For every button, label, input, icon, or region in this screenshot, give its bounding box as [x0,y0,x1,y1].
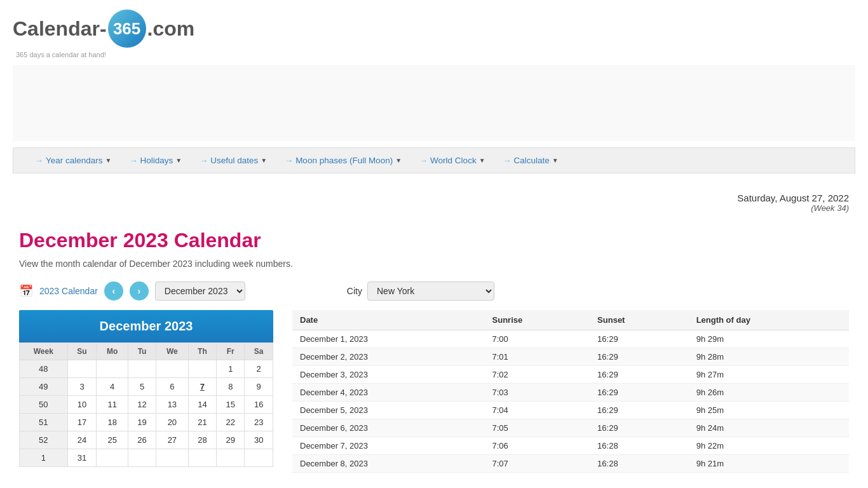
calendar-day[interactable]: 7 [188,378,217,396]
nav-caret-world-clock: ▼ [479,157,485,164]
calendar-day[interactable]: 6 [156,378,188,396]
calendar-year-link[interactable]: 2023 Calendar [39,286,98,296]
main-content: December 2023 Week Su Mo Tu We Th Fr Sa … [0,310,868,473]
calendar-container: December 2023 Week Su Mo Tu We Th Fr Sa … [19,310,273,473]
calendar-day[interactable]: 4 [97,378,128,396]
sunrise-row: December 7, 20237:0616:289h 22m [292,437,849,455]
calendar-day[interactable]: 28 [188,431,217,449]
nav-arrow-holidays: → [129,156,137,165]
controls-row: 📅 2023 Calendar ‹ › December 2023 City N… [0,281,868,310]
sunrise-cell-length: 9h 22m [689,437,849,455]
col-header-week: Week [20,343,68,360]
calendar-day[interactable]: 30 [245,431,273,449]
col-length: Length of day [689,310,849,330]
calendar-day[interactable]: 25 [97,431,128,449]
calendar-day [156,360,188,378]
sunrise-cell-length: 9h 26m [689,384,849,402]
calendar-day[interactable]: 29 [217,431,245,449]
calendar-day[interactable]: 21 [188,414,217,431]
logo-tagline: 365 days a calendar at hand! [16,51,855,58]
nav-item-holidays[interactable]: → Holidays ▼ [120,148,191,173]
nav-label-moon-phases: Moon phases (Full Moon) [295,156,393,165]
sunrise-row: December 6, 20237:0516:299h 24m [292,419,849,437]
sunrise-row: December 5, 20237:0416:299h 25m [292,402,849,419]
calendar-day[interactable]: 13 [156,396,188,414]
sunrise-cell-sunset: 16:28 [590,437,689,455]
nav-item-calculate[interactable]: → Calculate ▼ [494,148,567,173]
sunrise-cell-sunrise: 7:04 [485,402,590,419]
calendar-day[interactable]: 2 [245,360,273,378]
ad-banner [13,65,855,141]
calendar-day[interactable]: 1 [217,360,245,378]
nav-caret-useful-dates: ▼ [261,157,267,164]
week-number: 51 [20,414,68,431]
calendar-row: 131 [20,449,273,467]
nav-item-useful-dates[interactable]: → Useful dates ▼ [191,148,276,173]
nav-arrow-moon-phases: → [285,156,293,165]
calendar-day[interactable]: 17 [67,414,97,431]
calendar-day[interactable]: 23 [245,414,273,431]
calendar-day[interactable]: 24 [67,431,97,449]
calendar-day[interactable]: 8 [217,378,245,396]
calendar-day[interactable]: 15 [217,396,245,414]
sunrise-cell-date: December 2, 2023 [292,348,485,366]
col-date: Date [292,310,485,330]
calendar-day[interactable]: 12 [128,396,156,414]
calendar-row: 5117181920212223 [20,414,273,431]
sunrise-cell-sunrise: 7:00 [485,330,590,348]
calendar-day [128,449,156,467]
sunrise-cell-date: December 3, 2023 [292,366,485,384]
calendar-day[interactable]: 19 [128,414,156,431]
sunrise-cell-length: 9h 29m [689,330,849,348]
calendar-day[interactable]: 16 [245,396,273,414]
nav-label-year-calendars: Year calendars [46,156,103,165]
sunrise-cell-date: December 7, 2023 [292,437,485,455]
nav-label-holidays: Holidays [140,156,173,165]
city-selector[interactable]: New York Los Angeles Chicago Houston [367,281,494,301]
sunrise-row: December 4, 20237:0316:299h 26m [292,384,849,402]
calendar-day[interactable]: 27 [156,431,188,449]
calendar-day[interactable]: 22 [217,414,245,431]
calendar-day [97,360,128,378]
calendar-day [156,449,188,467]
current-week: (Week 34) [0,203,849,213]
nav-label-useful-dates: Useful dates [210,156,258,165]
nav-item-world-clock[interactable]: → World Clock ▼ [410,148,494,173]
calendar-day[interactable]: 9 [245,378,273,396]
sunrise-row: December 1, 20237:0016:299h 29m [292,330,849,348]
calendar-day[interactable]: 10 [67,396,97,414]
week-number: 1 [20,449,68,467]
calendar-row: 5224252627282930 [20,431,273,449]
prev-month-button[interactable]: ‹ [104,281,123,301]
month-selector[interactable]: December 2023 [155,281,245,301]
calendar-icon: 📅 [19,284,33,298]
nav-arrow-calculate: → [503,156,512,165]
calendar-day[interactable]: 14 [188,396,217,414]
calendar-day[interactable]: 11 [97,396,128,414]
nav-item-year-calendars[interactable]: → Year calendars ▼ [26,148,120,173]
calendar-row: 5010111213141516 [20,396,273,414]
calendar-day[interactable]: 5 [128,378,156,396]
logo-com: .com [147,17,195,41]
sunrise-row: December 3, 20237:0216:299h 27m [292,366,849,384]
calendar-day[interactable]: 18 [97,414,128,431]
calendar-day [188,449,217,467]
next-month-button[interactable]: › [130,281,149,301]
nav-caret-year-calendars: ▼ [105,157,112,164]
calendar-day[interactable]: 26 [128,431,156,449]
calendar-day[interactable]: 3 [67,378,97,396]
week-number: 48 [20,360,68,378]
calendar-day[interactable]: 31 [67,449,97,467]
calendar-header-row: Week Su Mo Tu We Th Fr Sa [20,343,273,360]
nav-caret-moon-phases: ▼ [395,157,402,164]
sunrise-cell-date: December 6, 2023 [292,419,485,437]
nav-item-moon-phases[interactable]: → Moon phases (Full Moon) ▼ [276,148,410,173]
sunrise-header-row: Date Sunrise Sunset Length of day [292,310,849,330]
sunrise-cell-sunset: 16:29 [590,366,689,384]
page-title: December 2023 Calendar [0,216,868,259]
nav-label-world-clock: World Clock [430,156,477,165]
calendar-day [188,360,217,378]
calendar-day[interactable]: 20 [156,414,188,431]
sunrise-cell-sunrise: 7:02 [485,366,590,384]
col-sunrise: Sunrise [485,310,590,330]
